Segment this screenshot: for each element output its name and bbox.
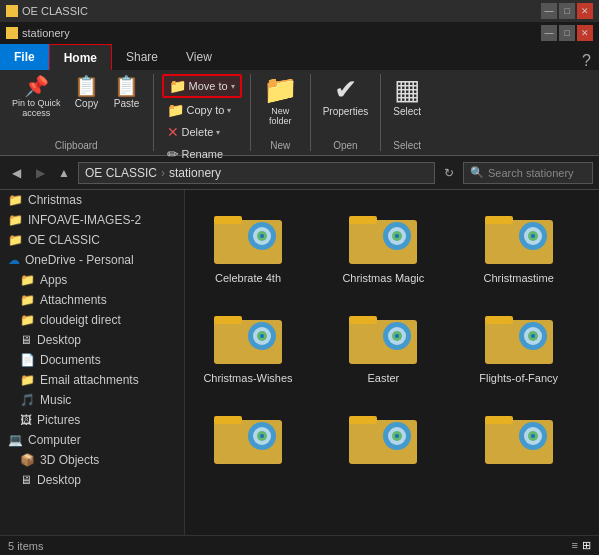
svg-point-29	[395, 334, 399, 338]
folder-flights-of-fancy[interactable]: Flights-of-Fancy	[464, 298, 574, 390]
paste-label: Paste	[114, 98, 140, 109]
main-area: 📁 Christmas 📁 INFOAVE-IMAGES-2 📁 OE CLAS…	[0, 190, 599, 535]
sidebar-item-onedrive[interactable]: ☁ OneDrive - Personal	[0, 250, 184, 270]
copy-label: Copy	[75, 98, 98, 109]
up-button[interactable]: ▲	[54, 163, 74, 183]
paste-button[interactable]: 📋 Paste	[109, 74, 145, 111]
svg-point-41	[260, 434, 264, 438]
move-to-button[interactable]: 📁 Move to ▾	[162, 74, 242, 98]
title-top-left: OE CLASSIC	[6, 5, 88, 17]
address-path[interactable]: OE CLASSIC › stationery	[78, 162, 435, 184]
copy-to-label: Copy to	[187, 104, 225, 116]
delete-label: Delete	[182, 126, 214, 138]
select-button[interactable]: ▦ Select	[389, 74, 425, 119]
sidebar-item-cloudeigt[interactable]: 📁 cloudeigt direct	[0, 310, 184, 330]
sidebar-item-music[interactable]: 🎵 Music	[0, 390, 184, 410]
pin-to-quick-access-button[interactable]: 📌 Pin to Quickaccess	[8, 74, 65, 120]
sidebar-item-oe-classic[interactable]: 📁 OE CLASSIC	[0, 230, 184, 250]
folder-row3b[interactable]	[328, 398, 438, 478]
computer-icon: 💻	[8, 433, 23, 447]
sidebar-item-desktop[interactable]: 🖥 Desktop	[0, 330, 184, 350]
folder-christmas-magic-icon	[347, 204, 419, 268]
folder-christmas-magic[interactable]: Christmas Magic	[328, 198, 438, 290]
help-button[interactable]: ?	[582, 52, 599, 70]
christmas-label: Christmas	[28, 193, 82, 207]
move-to-icon: 📁	[169, 78, 186, 94]
folder-celebrate-4th[interactable]: Celebrate 4th	[193, 198, 303, 290]
forward-button[interactable]: ▶	[30, 163, 50, 183]
svg-rect-31	[485, 316, 513, 324]
tab-share[interactable]: Share	[112, 44, 172, 70]
attachments-icon: 📁	[20, 293, 35, 307]
sidebar-item-desktop2[interactable]: 🖥 Desktop	[0, 470, 184, 490]
close-top-button[interactable]: ✕	[577, 3, 593, 19]
new-folder-button[interactable]: 📁 Newfolder	[259, 74, 302, 128]
refresh-button[interactable]: ↻	[439, 163, 459, 183]
folder-easter[interactable]: Easter	[328, 298, 438, 390]
sidebar-item-apps[interactable]: 📁 Apps	[0, 270, 184, 290]
minimize-top-button[interactable]: —	[541, 3, 557, 19]
sidebar-item-infoave[interactable]: 📁 INFOAVE-IMAGES-2	[0, 210, 184, 230]
folder-flights-of-fancy-icon	[483, 304, 555, 368]
christmastime-label: Christmastime	[484, 272, 554, 284]
title-bar-top: OE CLASSIC — □ ✕	[0, 0, 599, 22]
svg-rect-19	[214, 316, 242, 324]
sidebar-item-christmas[interactable]: 📁 Christmas	[0, 190, 184, 210]
title-bar-secondary: stationery — □ ✕	[0, 22, 599, 44]
app-icon-secondary	[6, 27, 18, 39]
onedrive-label: OneDrive - Personal	[25, 253, 134, 267]
view-list-icon[interactable]: ≡	[572, 539, 578, 552]
sidebar-item-pictures[interactable]: 🖼 Pictures	[0, 410, 184, 430]
svg-rect-13	[485, 216, 513, 224]
sidebar-item-documents[interactable]: 📄 Documents	[0, 350, 184, 370]
maximize-secondary-button[interactable]: □	[559, 25, 575, 41]
close-secondary-button[interactable]: ✕	[577, 25, 593, 41]
window-controls-top[interactable]: — □ ✕	[541, 3, 593, 19]
copy-to-icon: 📁	[167, 102, 184, 118]
view-grid-icon[interactable]: ⊞	[582, 539, 591, 552]
sidebar-item-email-attachments[interactable]: 📁 Email attachments	[0, 370, 184, 390]
search-box[interactable]: 🔍 Search stationery	[463, 162, 593, 184]
svg-rect-7	[349, 216, 377, 224]
christmas-wishes-label: Christmas-Wishes	[203, 372, 292, 384]
music-label: Music	[40, 393, 71, 407]
folder-row3a[interactable]	[193, 398, 303, 478]
delete-arrow: ▾	[216, 128, 220, 137]
svg-rect-49	[485, 416, 513, 424]
easter-label: Easter	[367, 372, 399, 384]
apps-label: Apps	[40, 273, 67, 287]
path-separator: ›	[161, 166, 165, 180]
cloudeigt-icon: 📁	[20, 313, 35, 327]
sidebar-item-3d-objects[interactable]: 📦 3D Objects	[0, 450, 184, 470]
minimize-secondary-button[interactable]: —	[541, 25, 557, 41]
search-icon: 🔍	[470, 166, 484, 179]
desktop2-icon: 🖥	[20, 473, 32, 487]
maximize-top-button[interactable]: □	[559, 3, 575, 19]
properties-button[interactable]: ✔ Properties	[319, 74, 373, 119]
tab-view[interactable]: View	[172, 44, 226, 70]
sidebar-item-attachments[interactable]: 📁 Attachments	[0, 290, 184, 310]
folder-christmas-wishes[interactable]: Christmas-Wishes	[193, 298, 303, 390]
back-button[interactable]: ◀	[6, 163, 26, 183]
window-controls-secondary[interactable]: — □ ✕	[541, 25, 593, 41]
onedrive-icon: ☁	[8, 253, 20, 267]
desktop-icon: 🖥	[20, 333, 32, 347]
svg-rect-37	[214, 416, 242, 424]
tab-file[interactable]: File	[0, 44, 49, 70]
copy-button[interactable]: 📋 Copy	[69, 74, 105, 111]
properties-label: Properties	[323, 106, 369, 117]
folder-christmastime[interactable]: Christmastime	[464, 198, 574, 290]
delete-button[interactable]: ✕ Delete ▾	[162, 122, 242, 142]
copy-to-button[interactable]: 📁 Copy to ▾	[162, 100, 242, 120]
tab-home[interactable]: Home	[49, 44, 112, 70]
documents-icon: 📄	[20, 353, 35, 367]
app-icon-top	[6, 5, 18, 17]
oe-classic-label: OE CLASSIC	[28, 233, 100, 247]
desktop2-label: Desktop	[37, 473, 81, 487]
apps-icon: 📁	[20, 273, 35, 287]
sidebar-item-computer[interactable]: 💻 Computer	[0, 430, 184, 450]
select-icon: ▦	[394, 76, 420, 104]
folder-row3c[interactable]	[464, 398, 574, 478]
infoave-label: INFOAVE-IMAGES-2	[28, 213, 141, 227]
folder-christmastime-icon	[483, 204, 555, 268]
